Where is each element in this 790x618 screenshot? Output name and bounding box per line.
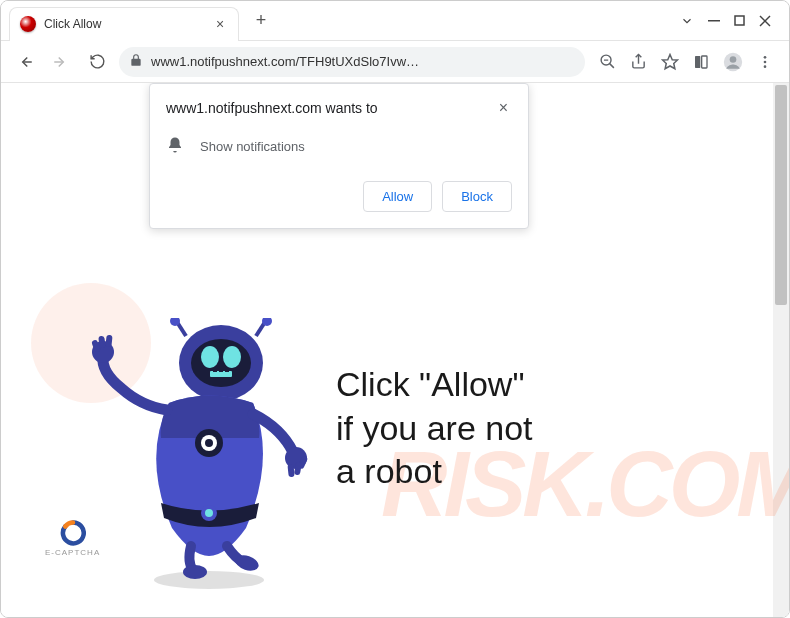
reading-list-icon[interactable] [693, 54, 709, 70]
svg-marker-10 [663, 54, 678, 68]
profile-icon[interactable] [723, 52, 743, 72]
svg-point-44 [183, 565, 207, 579]
allow-button[interactable]: Allow [363, 181, 432, 212]
permission-dialog: www1.notifpushnext.com wants to × Show n… [149, 83, 529, 229]
svg-point-16 [764, 60, 767, 63]
star-icon[interactable] [661, 53, 679, 71]
close-icon[interactable] [759, 15, 771, 27]
svg-point-21 [201, 346, 219, 368]
zoom-icon[interactable] [599, 53, 616, 70]
reload-button[interactable] [83, 48, 111, 76]
svg-rect-24 [213, 368, 217, 372]
ecaptcha-badge: E-CAPTCHA [45, 520, 100, 557]
title-bar: Click Allow × + [1, 1, 789, 41]
svg-line-7 [610, 64, 614, 68]
browser-tab[interactable]: Click Allow × [9, 7, 239, 41]
svg-rect-11 [695, 56, 700, 68]
svg-point-15 [764, 56, 767, 59]
instruction-line-1: Click "Allow" [336, 363, 533, 407]
scrollbar-thumb[interactable] [775, 85, 787, 305]
bell-icon [166, 136, 184, 157]
page-content: RISK.COM [1, 83, 789, 617]
svg-rect-25 [219, 368, 223, 372]
forward-button[interactable] [47, 48, 75, 76]
window-controls [670, 14, 781, 28]
instruction-line-2: if you are not [336, 407, 533, 451]
back-button[interactable] [11, 48, 39, 76]
instruction-text: Click "Allow" if you are not a robot [336, 363, 533, 494]
tab-title: Click Allow [44, 17, 212, 31]
dropdown-icon[interactable] [680, 14, 694, 28]
menu-icon[interactable] [757, 54, 773, 70]
toolbar: www1.notifpushnext.com/TFH9tUXdSlo7Ivw… [1, 41, 789, 83]
block-button[interactable]: Block [442, 181, 512, 212]
ecaptcha-label: E-CAPTCHA [45, 548, 100, 557]
url-text: www1.notifpushnext.com/TFH9tUXdSlo7Ivw… [151, 54, 575, 69]
minimize-icon[interactable] [708, 15, 720, 27]
favicon-icon [20, 16, 36, 32]
instruction-line-3: a robot [336, 450, 533, 494]
svg-point-20 [191, 339, 251, 387]
svg-rect-12 [702, 56, 707, 68]
lock-icon [129, 53, 143, 71]
share-icon[interactable] [630, 53, 647, 70]
svg-point-14 [730, 56, 737, 63]
svg-rect-1 [735, 16, 744, 25]
svg-rect-26 [225, 368, 229, 372]
svg-point-18 [154, 571, 264, 589]
toolbar-actions [593, 52, 779, 72]
ecaptcha-icon [60, 520, 86, 546]
svg-point-17 [764, 65, 767, 68]
svg-point-35 [205, 509, 213, 517]
tab-close-icon[interactable]: × [212, 16, 228, 32]
address-bar[interactable]: www1.notifpushnext.com/TFH9tUXdSlo7Ivw… [119, 47, 585, 77]
robot-image [91, 318, 321, 602]
permission-body: Show notifications [200, 139, 305, 154]
browser-window: Click Allow × + www1.notifpushnext.com/T… [0, 0, 790, 618]
svg-point-33 [205, 439, 213, 447]
svg-point-22 [223, 346, 241, 368]
maximize-icon[interactable] [734, 15, 745, 26]
permission-close-icon[interactable]: × [495, 100, 512, 116]
svg-rect-0 [708, 20, 720, 22]
permission-origin: www1.notifpushnext.com wants to [166, 100, 378, 116]
new-tab-button[interactable]: + [247, 7, 275, 35]
